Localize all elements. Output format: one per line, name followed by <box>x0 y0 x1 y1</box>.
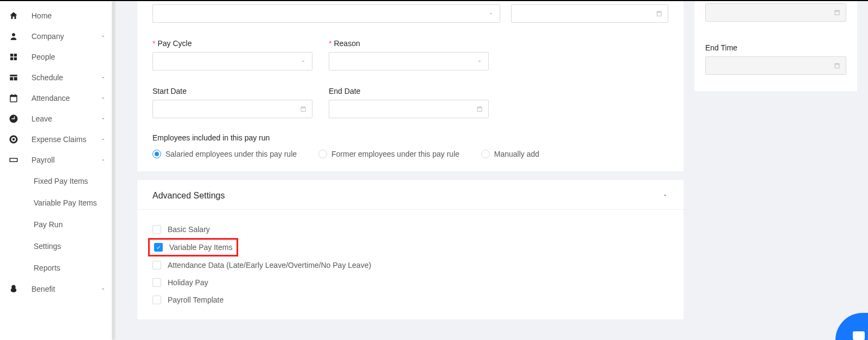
end-date-label: End Date <box>329 87 489 95</box>
highlight-variable-pay: Variable Pay Items <box>148 238 238 256</box>
end-time-label: End Time <box>705 43 846 52</box>
chevron-down-icon <box>488 10 494 17</box>
attendance-icon <box>9 93 18 103</box>
leave-icon <box>9 114 18 124</box>
chevron-down-icon <box>100 95 106 101</box>
payroll-icon <box>9 155 18 165</box>
nav-company-label: Company <box>31 32 100 41</box>
nav-home[interactable]: Home <box>0 5 115 26</box>
radio-dot-icon <box>152 150 161 158</box>
radio-manual[interactable]: Manually add <box>481 150 539 158</box>
checkbox-checked-icon <box>154 243 163 252</box>
calendar-icon <box>300 106 307 112</box>
radio-salaried-label: Salaried employees under this pay rule <box>165 150 297 158</box>
checkbox-holiday-label: Holiday Pay <box>168 278 208 287</box>
checkbox-attendance-data[interactable]: Attendance Data (Late/Early Leave/Overti… <box>152 256 668 274</box>
chevron-down-icon <box>100 116 106 122</box>
radio-dot-icon <box>318 150 327 158</box>
chevron-down-icon <box>476 58 483 65</box>
nav-payroll-fixed[interactable]: Fixed Pay Items <box>0 170 115 192</box>
nav-schedule[interactable]: Schedule <box>0 67 115 88</box>
nav-payroll-reports[interactable]: Reports <box>0 257 115 279</box>
chevron-down-icon <box>100 286 106 292</box>
nav-benefit-label: Benefit <box>31 285 100 293</box>
nav-payroll-settings[interactable]: Settings <box>0 235 115 257</box>
advanced-settings-card: Advanced Settings Basic Salary <box>137 180 684 319</box>
people-icon <box>9 52 18 62</box>
checkbox-basic-salary-label: Basic Salary <box>168 225 210 234</box>
checkbox-icon <box>152 225 161 234</box>
chevron-down-icon <box>100 33 106 40</box>
nav-payroll-label: Payroll <box>31 156 100 164</box>
checkbox-icon <box>152 296 161 304</box>
checkbox-template-label: Payroll Template <box>168 296 224 304</box>
sidebar: Home Company People Schedule <box>0 1 116 340</box>
calendar-icon <box>834 9 840 16</box>
checkbox-payroll-template[interactable]: Payroll Template <box>152 291 668 309</box>
pay-cycle-label: *Pay Cycle <box>152 39 312 48</box>
nav-expense[interactable]: Expense Claims <box>0 129 115 150</box>
checkbox-icon <box>152 278 161 287</box>
time-range-card: End Time <box>694 1 857 91</box>
radio-former-label: Former employees under this pay rule <box>331 150 459 158</box>
chevron-down-icon <box>100 136 106 143</box>
start-date-label: Start Date <box>152 87 312 95</box>
main-content: *Pay Cycle *Reason <box>116 1 868 340</box>
benefit-icon <box>9 284 18 294</box>
reason-label: *Reason <box>329 39 489 48</box>
expense-icon <box>9 134 18 144</box>
advanced-settings-header[interactable]: Advanced Settings <box>137 180 684 210</box>
radio-salaried[interactable]: Salaried employees under this pay rule <box>152 150 297 158</box>
nav-people[interactable]: People <box>0 47 115 67</box>
schedule-icon <box>9 73 18 82</box>
nav-home-label: Home <box>31 11 106 20</box>
nav-payroll-variable[interactable]: Variable Pay Items <box>0 192 115 214</box>
checkbox-attendance-label: Attendance Data (Late/Early Leave/Overti… <box>168 261 371 270</box>
top-date[interactable] <box>511 4 668 23</box>
checkbox-icon <box>152 261 161 270</box>
checkbox-variable-pay-label: Variable Pay Items <box>169 243 232 252</box>
radio-dot-icon <box>481 150 490 158</box>
start-date-input[interactable] <box>152 100 312 118</box>
nav-benefit[interactable]: Benefit <box>0 279 115 299</box>
checkbox-holiday-pay[interactable]: Holiday Pay <box>152 274 668 291</box>
nav-expense-label: Expense Claims <box>31 135 100 144</box>
checkbox-variable-pay[interactable]: Variable Pay Items <box>154 243 232 252</box>
chevron-up-icon <box>662 191 668 201</box>
top-select[interactable] <box>152 4 500 23</box>
payrun-form-card: *Pay Cycle *Reason <box>137 1 684 171</box>
start-time-input[interactable] <box>705 3 846 22</box>
nav-attendance-label: Attendance <box>31 94 100 102</box>
home-icon <box>9 11 18 21</box>
calendar-icon <box>656 10 662 17</box>
nav-company[interactable]: Company <box>0 26 115 47</box>
chevron-down-icon <box>100 74 106 81</box>
nav-leave[interactable]: Leave <box>0 108 115 129</box>
employees-included-label: Employees included in this pay run <box>152 133 668 142</box>
calendar-icon <box>834 62 840 69</box>
calendar-icon <box>476 106 483 112</box>
advanced-settings-title: Advanced Settings <box>152 191 225 201</box>
radio-former[interactable]: Former employees under this pay rule <box>318 150 459 158</box>
nav-leave-label: Leave <box>31 114 100 123</box>
chevron-down-icon <box>300 58 307 65</box>
end-time-input[interactable] <box>705 56 846 75</box>
end-date-input[interactable] <box>329 100 489 118</box>
nav-people-label: People <box>31 53 106 61</box>
radio-manual-label: Manually add <box>494 150 539 158</box>
nav-payroll[interactable]: Payroll <box>0 150 115 170</box>
checkbox-basic-salary[interactable]: Basic Salary <box>152 221 668 238</box>
nav-attendance[interactable]: Attendance <box>0 88 115 108</box>
reason-select[interactable] <box>329 52 489 70</box>
chevron-up-icon <box>100 157 106 163</box>
nav-schedule-label: Schedule <box>31 73 100 82</box>
chat-icon <box>853 331 865 340</box>
pay-cycle-select[interactable] <box>152 52 312 70</box>
nav-payroll-payrun[interactable]: Pay Run <box>0 214 115 235</box>
company-icon <box>9 31 18 41</box>
